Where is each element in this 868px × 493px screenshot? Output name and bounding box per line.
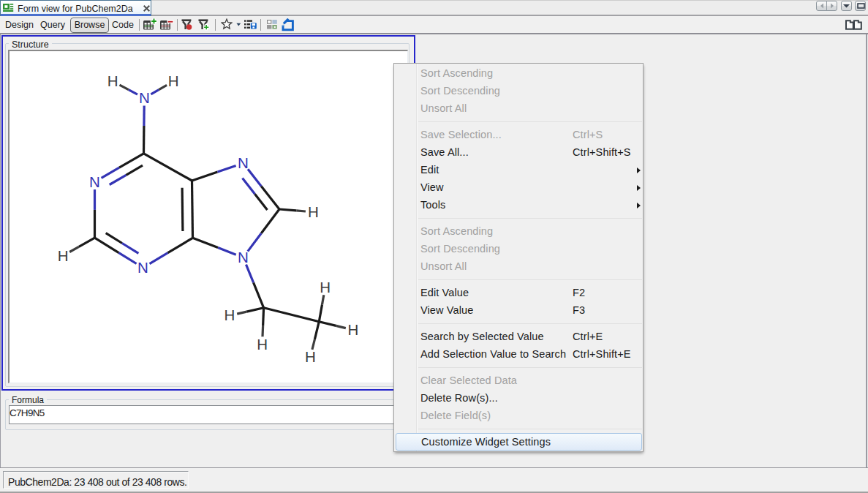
svg-text:H: H — [308, 203, 319, 220]
svg-text:H: H — [107, 72, 118, 89]
svg-text:N: N — [137, 259, 148, 276]
svg-text:H: H — [305, 348, 316, 365]
svg-text:N: N — [139, 89, 150, 106]
svg-text:N: N — [238, 154, 249, 171]
svg-text:N: N — [89, 173, 100, 190]
svg-text:H: H — [320, 279, 331, 296]
svg-text:H: H — [168, 72, 179, 89]
svg-text:H: H — [224, 306, 235, 323]
svg-text:N: N — [238, 249, 249, 266]
svg-text:H: H — [348, 321, 359, 338]
svg-text:H: H — [58, 247, 69, 264]
svg-text:H: H — [257, 336, 268, 353]
